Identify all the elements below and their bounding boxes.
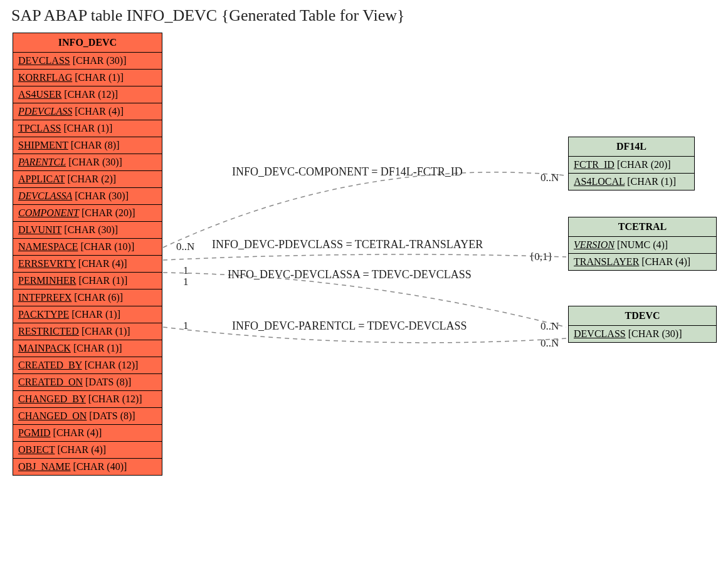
field-name: OBJECT (18, 444, 55, 455)
field-type: [CHAR (1)] (69, 309, 120, 320)
field-name: AS4USER (18, 89, 61, 100)
field-type: [CHAR (1)] (71, 343, 122, 353)
table-field-row: TPCLASS [CHAR (1)] (13, 120, 162, 137)
table-field-row: ERRSEVRTY [CHAR (4)] (13, 256, 162, 273)
field-type: [NUMC (4)] (615, 239, 668, 250)
table-field-row: PDEVCLASS [CHAR (4)] (13, 103, 162, 120)
table-field-row: MAINPACK [CHAR (1)] (13, 340, 162, 357)
field-name: MAINPACK (18, 343, 71, 353)
table-field-row: SHIPMENT [CHAR (8)] (13, 137, 162, 154)
table-field-row: AS4LOCAL [CHAR (1)] (569, 174, 694, 190)
field-name: PACKTYPE (18, 309, 69, 320)
table-field-row: KORRFLAG [CHAR (1)] (13, 70, 162, 86)
relation-label: INFO_DEVC-COMPONENT = DF14L-FCTR_ID (232, 165, 463, 179)
table-field-row: OBJECT [CHAR (4)] (13, 442, 162, 459)
table-tdevc: TDEVC DEVCLASS [CHAR (30)] (568, 306, 717, 343)
table-field-row: PGMID [CHAR (4)] (13, 425, 162, 442)
relation-label: INFO_DEVC-PDEVCLASS = TCETRAL-TRANSLAYER (212, 238, 483, 251)
field-type: [CHAR (20)] (79, 207, 135, 218)
field-name: DLVUNIT (18, 224, 61, 235)
field-name: TPCLASS (18, 123, 61, 133)
table-field-row: PACKTYPE [CHAR (1)] (13, 306, 162, 323)
field-name: NAMESPACE (18, 241, 78, 252)
field-name: PDEVCLASS (18, 106, 72, 117)
cardinality-left: 1 (183, 264, 189, 277)
field-type: [CHAR (1)] (61, 123, 112, 133)
field-type: [CHAR (40)] (71, 461, 127, 472)
table-df14l: DF14L FCTR_ID [CHAR (20)]AS4LOCAL [CHAR … (568, 137, 695, 190)
field-type: [CHAR (12)] (86, 394, 142, 404)
table-header: TCETRAL (569, 217, 716, 237)
cardinality-right: 0..N (541, 337, 559, 350)
field-type: [CHAR (30)] (70, 55, 127, 66)
field-type: [CHAR (1)] (72, 72, 124, 83)
page-title: SAP ABAP table INFO_DEVC {Generated Tabl… (11, 6, 404, 25)
field-type: [DATS (8)] (83, 377, 131, 387)
field-name: DEVCLASS (574, 328, 626, 339)
field-type: [CHAR (1)] (79, 326, 130, 336)
table-field-row: CHANGED_BY [CHAR (12)] (13, 391, 162, 408)
table-field-row: AS4USER [CHAR (12)] (13, 86, 162, 103)
field-type: [CHAR (30)] (66, 157, 122, 167)
table-field-row: NAMESPACE [CHAR (10)] (13, 239, 162, 256)
field-name: SHIPMENT (18, 140, 68, 150)
table-header: TDEVC (569, 306, 716, 326)
field-name: FCTR_ID (574, 159, 615, 170)
field-type: [CHAR (4)] (72, 106, 124, 117)
field-name: TRANSLAYER (574, 256, 639, 267)
table-info-devc: INFO_DEVC DEVCLASS [CHAR (30)]KORRFLAG [… (13, 33, 162, 476)
field-name: COMPONENT (18, 207, 79, 218)
field-type: [CHAR (2)] (65, 174, 116, 184)
field-type: [CHAR (12)] (61, 89, 118, 100)
table-field-row: DEVCLASSA [CHAR (30)] (13, 188, 162, 205)
table-field-row: DEVCLASS [CHAR (30)] (569, 326, 716, 342)
field-type: [CHAR (10)] (78, 241, 134, 252)
table-field-row: VERSION [NUMC (4)] (569, 237, 716, 254)
table-header: INFO_DEVC (13, 33, 162, 53)
field-name: RESTRICTED (18, 326, 79, 336)
field-name: ERRSEVRTY (18, 258, 76, 269)
table-field-row: PARENTCL [CHAR (30)] (13, 154, 162, 171)
table-field-row: COMPONENT [CHAR (20)] (13, 205, 162, 222)
table-field-row: DEVCLASS [CHAR (30)] (13, 53, 162, 70)
table-tcetral: TCETRAL VERSION [NUMC (4)]TRANSLAYER [CH… (568, 217, 717, 271)
table-field-row: DLVUNIT [CHAR (30)] (13, 222, 162, 239)
table-field-row: FCTR_ID [CHAR (20)] (569, 157, 694, 174)
table-field-row: OBJ_NAME [CHAR (40)] (13, 459, 162, 475)
field-name: VERSION (574, 239, 615, 250)
field-type: [CHAR (30)] (61, 224, 118, 235)
field-name: CREATED_BY (18, 360, 82, 370)
field-name: OBJ_NAME (18, 461, 71, 472)
field-name: KORRFLAG (18, 72, 72, 83)
field-name: DEVCLASSA (18, 190, 72, 201)
cardinality-left: 1 (183, 320, 189, 332)
field-type: [CHAR (30)] (626, 328, 682, 339)
field-type: [CHAR (6)] (71, 292, 123, 303)
table-header: DF14L (569, 137, 694, 157)
table-field-row: RESTRICTED [CHAR (1)] (13, 323, 162, 340)
field-type: [CHAR (20)] (615, 159, 671, 170)
field-type: [CHAR (12)] (82, 360, 139, 370)
table-field-row: INTFPREFX [CHAR (6)] (13, 289, 162, 306)
field-name: PARENTCL (18, 157, 66, 167)
field-name: AS4LOCAL (574, 176, 625, 187)
cardinality-right: 0..N (541, 172, 559, 184)
field-type: [CHAR (30)] (72, 190, 129, 201)
table-field-row: PERMINHER [CHAR (1)] (13, 273, 162, 289)
field-type: [CHAR (8)] (68, 140, 120, 150)
field-name: CHANGED_BY (18, 394, 86, 404)
table-field-row: CREATED_BY [CHAR (12)] (13, 357, 162, 374)
field-type: [DATS (8)] (87, 410, 135, 421)
relation-label: INFO_DEVC-PARENTCL = TDEVC-DEVCLASS (232, 320, 467, 333)
relation-label: INFO_DEVC-DEVCLASSA = TDEVC-DEVCLASS (228, 268, 472, 281)
table-field-row: CHANGED_ON [DATS (8)] (13, 408, 162, 425)
table-field-row: TRANSLAYER [CHAR (4)] (569, 254, 716, 270)
field-name: CHANGED_ON (18, 410, 87, 421)
field-type: [CHAR (4)] (639, 256, 690, 267)
field-name: CREATED_ON (18, 377, 83, 387)
table-field-row: CREATED_ON [DATS (8)] (13, 374, 162, 391)
field-name: PERMINHER (18, 275, 76, 286)
field-type: [CHAR (4)] (51, 427, 102, 438)
field-type: [CHAR (4)] (76, 258, 127, 269)
cardinality-left: 1 (183, 276, 189, 288)
